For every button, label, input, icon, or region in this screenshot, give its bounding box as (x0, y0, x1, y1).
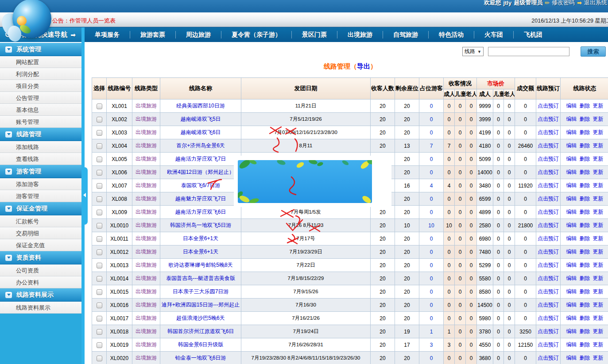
edit-link[interactable]: 编辑 (566, 328, 577, 334)
row-checkbox[interactable] (97, 342, 102, 348)
sidebar-item[interactable]: 汇款帐号 (0, 215, 81, 227)
sidebar-item[interactable]: 项目分类 (0, 80, 81, 92)
booking-link[interactable]: 点击预订 (538, 341, 559, 348)
edit-link[interactable]: 编辑 (566, 195, 577, 202)
route-name-link[interactable]: 韩国全景6日升级版 (178, 341, 224, 348)
delete-link[interactable]: 删除 (580, 235, 590, 241)
route-name-link[interactable]: 越南活力芽庄双飞7日 (175, 156, 226, 162)
nav-item[interactable]: 景区门票 (291, 31, 337, 38)
delete-link[interactable]: 删除 (580, 341, 590, 348)
delete-link[interactable]: 删除 (580, 328, 590, 334)
sidebar-item[interactable]: 利润分配 (0, 68, 81, 80)
route-name-link[interactable]: 韩国首尔济州江原道双飞6日 (167, 328, 234, 334)
booking-link[interactable]: 点击预订 (538, 288, 559, 295)
booking-link[interactable]: 点击预订 (538, 142, 559, 149)
row-checkbox[interactable] (97, 236, 102, 242)
edit-link[interactable]: 编辑 (566, 129, 577, 135)
delete-link[interactable]: 删除 (580, 142, 590, 149)
occupied-link[interactable]: 3 (430, 342, 433, 348)
booking-link[interactable]: 点击预订 (538, 235, 559, 241)
search-input[interactable] (488, 47, 569, 56)
route-name-link[interactable]: 日本亲子三大乐园7日游 (173, 288, 229, 295)
update-link[interactable]: 更新 (593, 129, 604, 135)
occupied-link[interactable]: 4 (430, 183, 433, 189)
search-category-select[interactable]: 线路 ▼ (462, 47, 484, 56)
booking-link[interactable]: 点击预订 (538, 209, 559, 215)
delete-link[interactable]: 删除 (580, 302, 590, 308)
update-link[interactable]: 更新 (593, 169, 604, 175)
occupied-link[interactable]: 0 (430, 315, 433, 322)
row-checkbox[interactable] (97, 157, 102, 162)
booking-link[interactable]: 点击预订 (538, 222, 559, 228)
row-checkbox[interactable] (97, 183, 102, 189)
update-link[interactable]: 更新 (593, 195, 604, 202)
row-checkbox[interactable] (97, 223, 102, 229)
sidebar-item[interactable]: 添加线路 (0, 141, 81, 153)
row-checkbox[interactable] (97, 196, 102, 202)
booking-link[interactable]: 点击预订 (538, 355, 559, 361)
route-name-link[interactable]: 首尔+济州岛全景6天 (176, 142, 225, 149)
edit-link[interactable]: 编辑 (566, 103, 577, 109)
booking-link[interactable]: 点击预订 (538, 116, 559, 122)
sidebar-collapse-handle[interactable] (81, 167, 88, 225)
occupied-link[interactable]: 0 (430, 236, 433, 242)
route-name-link[interactable]: 迪拜+欧洲四国15日游---郑州起止 (162, 302, 240, 308)
nav-item[interactable]: 出境旅游 (337, 31, 383, 38)
delete-link[interactable]: 删除 (580, 249, 590, 255)
sidebar-section-header[interactable]: 保证金管理 (0, 202, 81, 215)
booking-link[interactable]: 点击预订 (538, 129, 559, 135)
nav-item[interactable]: 自驾旅游 (383, 31, 428, 38)
update-link[interactable]: 更新 (593, 222, 604, 228)
nav-item[interactable]: 夏令营（亲子游） (221, 31, 291, 38)
edit-link[interactable]: 编辑 (566, 288, 577, 295)
row-checkbox[interactable] (97, 143, 102, 149)
update-link[interactable]: 更新 (593, 275, 604, 281)
booking-link[interactable]: 点击预订 (538, 315, 559, 321)
sidebar-section-header[interactable]: 资质资料 (0, 251, 81, 264)
route-name-link[interactable]: 韩国济州岛一地双飞5日游 (170, 222, 232, 228)
booking-link[interactable]: 点击预订 (538, 103, 559, 109)
sidebar-item[interactable]: 添加游客 (0, 178, 81, 190)
booking-link[interactable]: 点击预订 (538, 302, 559, 308)
update-link[interactable]: 更新 (593, 156, 604, 162)
row-checkbox[interactable] (97, 130, 102, 136)
delete-link[interactable]: 删除 (580, 116, 590, 122)
route-name-link[interactable]: 超值浪漫沙巴5晚6天 (176, 315, 225, 321)
update-link[interactable]: 更新 (593, 328, 604, 334)
route-name-link[interactable]: 歌诗达赛琳娜号邮轮5晚8天 (168, 262, 232, 268)
edit-link[interactable]: 编辑 (566, 209, 577, 215)
promo-banner[interactable] (234, 156, 391, 207)
occupied-link[interactable]: 0 (430, 276, 433, 282)
row-checkbox[interactable] (97, 316, 102, 322)
sidebar-item[interactable]: 办公资料 (0, 276, 81, 288)
edit-link[interactable]: 编辑 (566, 169, 577, 175)
edit-link[interactable]: 编辑 (566, 275, 577, 281)
delete-link[interactable]: 删除 (580, 275, 590, 281)
edit-link[interactable]: 编辑 (566, 355, 577, 361)
update-link[interactable]: 更新 (593, 341, 604, 348)
route-name-link[interactable]: 越南岘港双飞6日 (181, 129, 221, 135)
update-link[interactable]: 更新 (593, 302, 604, 308)
delete-link[interactable]: 删除 (580, 103, 590, 109)
row-checkbox[interactable] (97, 356, 102, 361)
update-link[interactable]: 更新 (593, 262, 604, 268)
route-name-link[interactable]: 越南岘港双飞5日 (181, 116, 221, 122)
sidebar-item[interactable]: 基本信息 (0, 104, 81, 116)
nav-item[interactable]: 特色活动 (428, 31, 474, 38)
edit-link[interactable]: 编辑 (566, 315, 577, 321)
edit-link[interactable]: 编辑 (566, 156, 577, 162)
occupied-link[interactable]: 0 (430, 209, 433, 215)
delete-link[interactable]: 删除 (580, 169, 590, 175)
update-link[interactable]: 更新 (593, 288, 604, 295)
booking-link[interactable]: 点击预订 (538, 182, 559, 188)
row-checkbox[interactable] (97, 249, 102, 255)
nav-item[interactable]: 火车团 (474, 31, 513, 38)
route-name-link[interactable]: 欧洲4国12日游（郑州起止） (167, 169, 234, 175)
logout-link[interactable]: 退出系统 (584, 0, 607, 7)
delete-link[interactable]: 删除 (580, 315, 590, 321)
edit-link[interactable]: 编辑 (566, 302, 577, 308)
edit-link[interactable]: 编辑 (566, 116, 577, 122)
occupied-link[interactable]: 10 (428, 222, 434, 229)
occupied-link[interactable]: 0 (430, 116, 433, 123)
occupied-link[interactable]: 1 (430, 329, 433, 335)
